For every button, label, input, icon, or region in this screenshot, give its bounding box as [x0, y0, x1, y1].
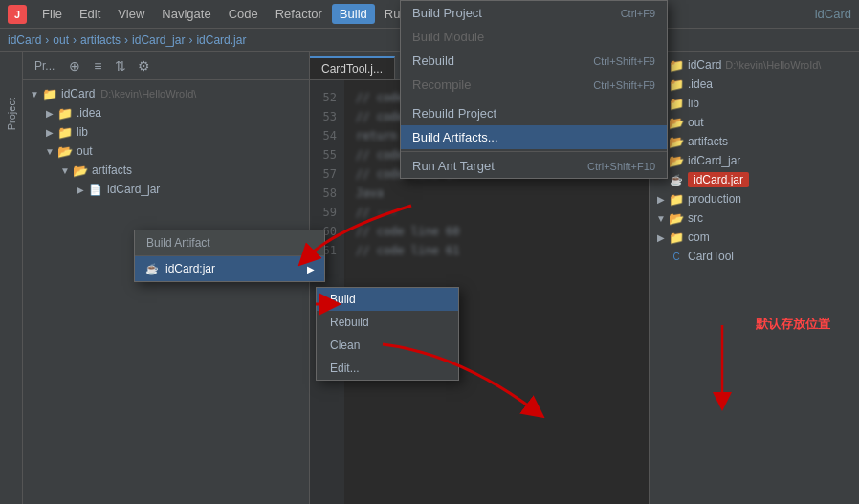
right-folder-icon-production: 📁: [669, 191, 684, 207]
popup-header: Build Artifact: [135, 230, 324, 256]
right-folder-icon-idcard: 📂: [669, 153, 684, 168]
menu-edit[interactable]: Edit: [72, 4, 108, 24]
build-menu-rebuild[interactable]: Rebuild Ctrl+Shift+F9: [401, 49, 667, 73]
menu-refactor[interactable]: Refactor: [268, 4, 330, 24]
menu-build[interactable]: Build: [332, 4, 375, 24]
breadcrumb-part-1[interactable]: out: [53, 33, 69, 47]
build-artifact-popup: Build Artifact ☕ idCard:jar ▶: [134, 230, 325, 282]
action-menu: Build Rebuild Clean Edit...: [316, 287, 459, 381]
title-right: idCard: [815, 7, 851, 21]
panel-tab[interactable]: Pr...: [29, 57, 60, 75]
tree-label-out: out: [77, 144, 93, 158]
menu-file[interactable]: File: [34, 4, 70, 24]
right-panel: ▼ 📁 idCard D:\kevin\HelloWroId\ ▶ 📁 .ide…: [649, 52, 859, 504]
jar-icon: ☕: [144, 261, 160, 276]
build-menu-dropdown: Build Project Ctrl+F9 Build Module Rebui…: [400, 0, 668, 179]
tree-label-idcard: idCard_jar: [107, 183, 160, 196]
right-tree-production[interactable]: ▶ 📁 production: [650, 189, 859, 208]
tree-label-artifacts: artifacts: [92, 164, 132, 177]
right-tree-label-out: out: [688, 116, 704, 129]
folder-icon-idea: 📁: [57, 105, 73, 121]
right-folder-icon-lib: 📁: [669, 96, 684, 111]
right-folder-icon-out: 📂: [669, 115, 684, 130]
menu-view[interactable]: View: [110, 4, 152, 24]
folder-icon-lib: 📁: [57, 124, 73, 140]
tree-root[interactable]: ▼ 📁 idCard D:\kevin\HelloWroId\: [23, 84, 309, 103]
build-menu-build-project[interactable]: Build Project Ctrl+F9: [401, 1, 667, 25]
folder-icon-root: 📁: [42, 86, 57, 101]
add-icon[interactable]: ⊕: [66, 57, 83, 75]
popup-item-idcard-jar[interactable]: ☕ idCard:jar ▶: [135, 256, 324, 281]
build-menu-build-module[interactable]: Build Module: [401, 25, 667, 49]
right-tree-cardtool[interactable]: C CardTool: [650, 247, 859, 266]
build-menu-build-artifacts[interactable]: Build Artifacts...: [401, 125, 667, 149]
action-menu-rebuild[interactable]: Rebuild: [317, 311, 458, 334]
tree-arrow-idea: ▶: [42, 105, 57, 121]
build-menu-sep1: [401, 99, 667, 99]
tree-arrow-artifacts: ▼: [57, 163, 73, 178]
folder-icon-out: 📂: [57, 143, 73, 159]
right-tree-label-lib: lib: [688, 97, 699, 110]
right-tree-src[interactable]: ▼ 📂 src: [650, 208, 859, 228]
build-menu-recompile[interactable]: Recompile Ctrl+Shift+F9: [401, 73, 667, 97]
tree-out[interactable]: ▼ 📂 out: [23, 142, 309, 161]
right-folder-icon-root: 📁: [669, 57, 684, 73]
tree-label-lib: lib: [77, 125, 88, 139]
tree-content: ▼ 📁 idCard D:\kevin\HelloWroId\ ▶ 📁 .ide…: [23, 80, 309, 504]
tree-lib[interactable]: ▶ 📁 lib: [23, 122, 309, 142]
right-tree-label-jar: idCard.jar: [688, 172, 749, 187]
right-folder-icon-src: 📂: [669, 210, 684, 226]
right-tree-label-production: production: [688, 192, 741, 206]
right-tree-root[interactable]: ▼ 📁 idCard D:\kevin\HelloWroId\: [650, 55, 859, 75]
tree-arrow-out: ▼: [42, 143, 57, 159]
tree-arrow-root: ▼: [27, 86, 42, 101]
tree-arrow-idcard: ▶: [73, 182, 88, 197]
breadcrumb-part-2[interactable]: artifacts: [80, 33, 121, 47]
editor-tab-cardtool[interactable]: CardTool.j...: [310, 56, 395, 79]
tree-path-root: D:\kevin\HelloWroId\: [100, 88, 196, 99]
right-tree-com[interactable]: ▶ 📁 com: [650, 228, 859, 247]
breadcrumb-part-3[interactable]: idCard_jar: [132, 33, 185, 47]
tree-idea[interactable]: ▶ 📁 .idea: [23, 103, 309, 122]
menu-code[interactable]: Code: [221, 4, 266, 24]
right-tree-path-root: D:\kevin\HelloWroId\: [725, 59, 821, 71]
file-icon-idcard: 📄: [88, 182, 103, 197]
right-panel-content: ▼ 📁 idCard D:\kevin\HelloWroId\ ▶ 📁 .ide…: [650, 52, 859, 270]
right-tree-out[interactable]: ▼ 📂 out: [650, 113, 859, 132]
settings-icon[interactable]: ⚙: [135, 57, 152, 75]
tree-idcard-jar-folder[interactable]: ▶ 📄 idCard_jar: [23, 180, 309, 199]
sidebar-project-label[interactable]: Project: [2, 90, 21, 138]
build-menu-run-ant[interactable]: Run Ant Target Ctrl+Shift+F10: [401, 154, 667, 178]
right-tree-idea[interactable]: ▶ 📁 .idea: [650, 75, 859, 94]
right-tree-label-com: com: [688, 230, 710, 244]
tree-label-root: idCard: [61, 87, 95, 100]
build-menu-rebuild-project[interactable]: Rebuild Project: [401, 101, 667, 125]
right-folder-icon-com: 📁: [669, 230, 684, 245]
tree-arrow-lib: ▶: [42, 124, 57, 140]
right-tree-artifacts[interactable]: ▼ 📂 artifacts: [650, 132, 859, 151]
right-folder-icon-idea: 📁: [669, 77, 684, 92]
right-tree-lib[interactable]: ▶ 📁 lib: [650, 94, 859, 113]
action-menu-clean[interactable]: Clean: [317, 334, 458, 357]
breadcrumb-part-4[interactable]: idCard.jar: [196, 33, 246, 47]
tree-artifacts[interactable]: ▼ 📂 artifacts: [23, 161, 309, 180]
expand-icon[interactable]: ⇅: [112, 57, 129, 75]
app-logo: J: [8, 5, 27, 24]
right-tree-label-idea: .idea: [688, 77, 713, 91]
list-icon[interactable]: ≡: [89, 57, 106, 75]
action-menu-build[interactable]: Build: [317, 288, 458, 311]
annotation-default-location: 默认存放位置: [756, 316, 830, 333]
action-menu-edit[interactable]: Edit...: [317, 357, 458, 380]
right-tree-label-src: src: [688, 211, 703, 225]
right-java-icon: C: [669, 249, 684, 264]
breadcrumb-part-0[interactable]: idCard: [8, 33, 41, 47]
right-tree-idcard-jar[interactable]: ☕ idCard.jar: [650, 170, 859, 189]
right-folder-icon-artifacts: 📂: [669, 134, 684, 149]
sidebar-vertical-tab: Project: [0, 52, 23, 504]
right-tree-idcard-folder[interactable]: ▼ 📂 idCard_jar: [650, 151, 859, 170]
menu-navigate[interactable]: Navigate: [154, 4, 218, 24]
right-jar-icon: ☕: [669, 172, 684, 187]
right-tree-label-cardtool: CardTool: [688, 250, 734, 263]
right-tree-label-artifacts: artifacts: [688, 135, 728, 148]
folder-icon-artifacts: 📂: [73, 163, 88, 178]
